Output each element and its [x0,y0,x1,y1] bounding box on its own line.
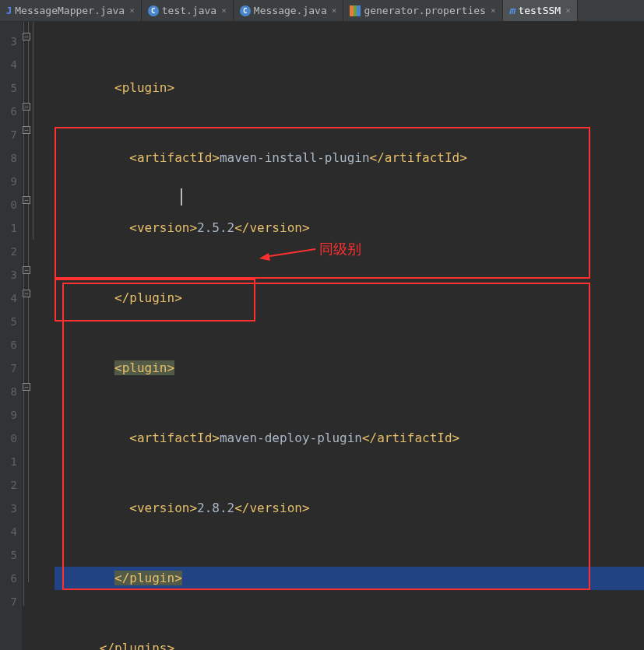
fold-toggle-icon[interactable]: − [23,383,30,391]
editor-tabs: JMessageMapper.java× Ctest.java× CMessag… [0,0,644,22]
fold-toggle-icon[interactable]: − [23,290,30,297]
fold-toggle-icon[interactable]: − [23,126,30,134]
code-area[interactable]: <plugin> <artifactId>maven-install-plugi… [55,22,644,650]
java-icon: J [6,5,12,16]
close-icon[interactable]: × [221,5,227,16]
close-icon[interactable]: × [491,5,496,16]
code-editor[interactable]: 34567 89012 34567 89012 34567 − − − − − … [0,22,644,650]
class-icon: C [148,5,159,16]
properties-icon [350,5,361,16]
close-icon[interactable]: × [332,5,337,16]
tab-test-java[interactable]: Ctest.java× [142,0,234,21]
close-icon[interactable]: × [129,5,135,16]
tab-generator-properties[interactable]: generator.properties× [343,0,502,21]
fold-column: − − − − − − − [22,22,55,650]
tab-message-java[interactable]: CMessage.java× [234,0,344,21]
fold-toggle-icon[interactable]: − [23,103,30,111]
code-line: <artifactId>maven-deploy-plugin</artifac… [55,427,644,450]
code-line: <version>2.5.2</version> [55,216,644,240]
annotation-label: 同级别 [319,240,361,258]
code-line: </plugins> [55,637,644,650]
code-line: <version>2.8.2</version> [55,497,644,520]
fold-toggle-icon[interactable]: − [23,33,30,40]
code-line: </plugin> [55,567,644,590]
fold-toggle-icon[interactable]: − [23,196,30,204]
code-line: <plugin> [55,76,644,100]
code-line: </plugin> [55,286,644,310]
close-icon[interactable]: × [565,5,571,16]
fold-toggle-icon[interactable]: − [23,266,30,274]
maven-icon: m [509,5,516,16]
tab-message-mapper[interactable]: JMessageMapper.java× [0,0,142,21]
line-gutter: 34567 89012 34567 89012 34567 [0,22,22,650]
tab-test-ssm[interactable]: mtestSSM× [503,0,578,21]
code-line: <artifactId>maven-install-plugin</artifa… [55,146,644,170]
text-cursor [181,188,182,206]
class-icon: C [240,5,251,16]
code-line: <plugin> [55,357,644,380]
